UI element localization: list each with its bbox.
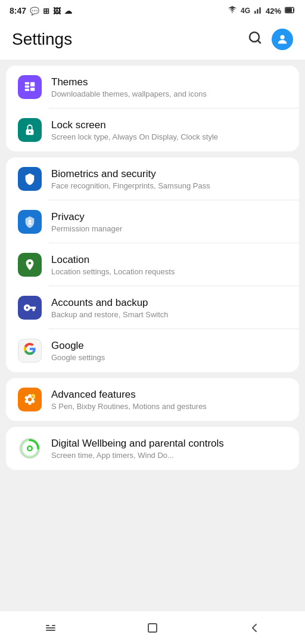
lock-screen-item[interactable]: Lock screen Screen lock type, Always On … (6, 109, 299, 151)
lock-screen-icon (18, 118, 42, 142)
bars-icon (254, 6, 262, 16)
google-icon (18, 339, 42, 363)
svg-rect-4 (286, 8, 291, 12)
lock-screen-text: Lock screen Screen lock type, Always On … (51, 119, 287, 141)
battery-icon (285, 7, 295, 16)
wellbeing-icon (18, 436, 42, 460)
accounts-text: Accounts and backup Backup and restore, … (51, 297, 287, 319)
back-button[interactable] (236, 616, 272, 640)
location-icon (18, 253, 42, 277)
profile-avatar[interactable] (272, 29, 293, 50)
biometrics-title: Biometrics and security (51, 168, 287, 180)
google-text: Google Google settings (51, 340, 287, 362)
location-subtitle: Location settings, Location requests (51, 267, 287, 276)
advanced-item[interactable]: + Advanced features S Pen, Bixby Routine… (6, 378, 299, 421)
biometrics-subtitle: Face recognition, Fingerprints, Samsung … (51, 181, 287, 190)
google-item[interactable]: Google Google settings (6, 329, 299, 372)
svg-rect-0 (254, 11, 256, 14)
image-icon: 🖼 (53, 7, 61, 16)
search-icon[interactable] (248, 30, 262, 48)
advanced-title: Advanced features (51, 389, 287, 401)
status-left: 8:47 💬 ⊞ 🖼 ☁ (10, 6, 72, 16)
settings-group-4: Digital Wellbeing and parental controls … (6, 427, 299, 470)
recent-apps-button[interactable] (33, 616, 69, 640)
messenger-icon: 💬 (30, 7, 39, 16)
google-subtitle: Google settings (51, 353, 287, 362)
home-button[interactable] (135, 616, 170, 640)
advanced-icon: + (18, 388, 42, 411)
privacy-title: Privacy (51, 211, 287, 223)
wellbeing-title: Digital Wellbeing and parental controls (51, 438, 287, 450)
settings-content: Themes Downloadable themes, wallpapers, … (0, 60, 305, 611)
settings-group-2: Biometrics and security Face recognition… (6, 157, 299, 372)
biometrics-text: Biometrics and security Face recognition… (51, 168, 287, 190)
svg-rect-2 (259, 7, 260, 13)
location-item[interactable]: Location Location settings, Location req… (6, 243, 299, 286)
nav-bar (0, 611, 305, 644)
themes-text: Themes Downloadable themes, wallpapers, … (51, 76, 287, 98)
svg-rect-12 (30, 88, 35, 91)
advanced-subtitle: S Pen, Bixby Routines, Motions and gestu… (51, 402, 287, 411)
page-title: Settings (12, 30, 72, 49)
svg-rect-8 (25, 82, 29, 85)
svg-line-6 (258, 41, 260, 43)
svg-rect-11 (30, 82, 35, 86)
accounts-title: Accounts and backup (51, 297, 287, 309)
svg-point-14 (29, 131, 31, 133)
grid-icon: ⊞ (43, 7, 49, 16)
location-text: Location Location settings, Location req… (51, 254, 287, 276)
privacy-item[interactable]: Privacy Permission manager (6, 200, 299, 243)
biometrics-item[interactable]: Biometrics and security Face recognition… (6, 157, 299, 200)
themes-icon (18, 75, 42, 99)
themes-subtitle: Downloadable themes, wallpapers, and ico… (51, 89, 287, 98)
wellbeing-text: Digital Wellbeing and parental controls … (51, 438, 287, 460)
wellbeing-item[interactable]: Digital Wellbeing and parental controls … (6, 427, 299, 470)
header-actions (248, 29, 293, 50)
location-title: Location (51, 254, 287, 266)
signal-icon: 4G (241, 7, 250, 15)
svg-text:+: + (32, 395, 33, 398)
settings-group-3: + Advanced features S Pen, Bixby Routine… (6, 378, 299, 421)
settings-group-1: Themes Downloadable themes, wallpapers, … (6, 66, 299, 151)
biometrics-icon (18, 167, 42, 191)
wifi-icon (228, 5, 237, 17)
status-time: 8:47 (10, 6, 26, 16)
advanced-text: Advanced features S Pen, Bixby Routines,… (51, 389, 287, 411)
accounts-icon (18, 296, 42, 320)
cloud-icon: ☁ (64, 7, 72, 16)
themes-title: Themes (51, 76, 287, 88)
svg-rect-10 (25, 89, 29, 91)
google-title: Google (51, 340, 287, 352)
svg-point-15 (29, 220, 32, 223)
status-bar: 8:47 💬 ⊞ 🖼 ☁ 4G 42% (0, 0, 305, 21)
svg-rect-9 (25, 85, 29, 88)
accounts-subtitle: Backup and restore, Smart Switch (51, 310, 287, 319)
accounts-item[interactable]: Accounts and backup Backup and restore, … (6, 286, 299, 329)
status-right: 4G 42% (228, 5, 295, 17)
lock-screen-title: Lock screen (51, 119, 287, 131)
wellbeing-subtitle: Screen time, App timers, Wind Do... (51, 451, 287, 460)
privacy-icon (18, 210, 42, 234)
svg-rect-25 (148, 624, 157, 632)
svg-point-7 (280, 35, 284, 39)
privacy-subtitle: Permission manager (51, 224, 287, 233)
header: Settings (0, 21, 305, 60)
battery-text: 42% (266, 7, 281, 16)
themes-item[interactable]: Themes Downloadable themes, wallpapers, … (6, 66, 299, 109)
svg-rect-1 (257, 9, 258, 14)
privacy-text: Privacy Permission manager (51, 211, 287, 233)
lock-screen-subtitle: Screen lock type, Always On Display, Clo… (51, 132, 287, 141)
svg-point-20 (29, 447, 32, 450)
